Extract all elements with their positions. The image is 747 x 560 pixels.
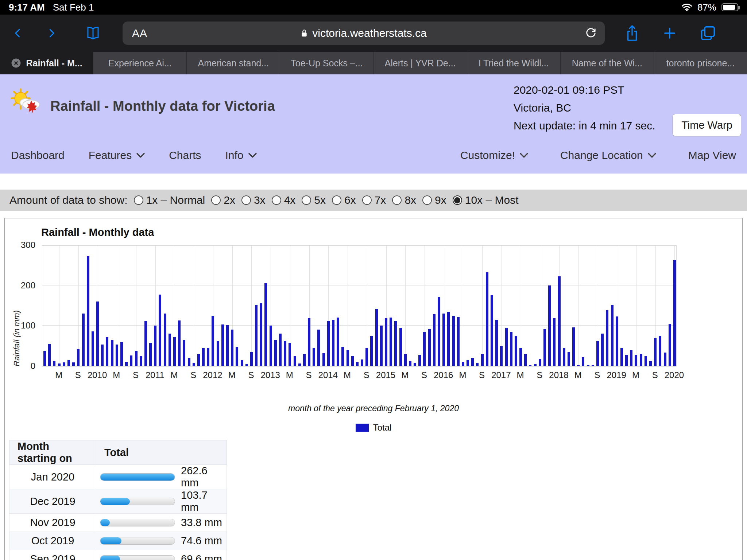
nav-item-dashboard[interactable]: Dashboard	[11, 149, 65, 162]
time-warp-button[interactable]: Time Warp	[673, 114, 741, 136]
gridline-v	[59, 246, 59, 366]
data-amount-option-7x[interactable]: 7x	[362, 194, 386, 206]
chart-bar	[380, 326, 383, 366]
chart-bar	[77, 349, 80, 366]
chart-bar	[495, 320, 498, 366]
chart-bar	[625, 355, 628, 366]
chart-bar	[245, 364, 248, 366]
back-icon[interactable]	[12, 24, 23, 42]
tab-switcher-icon[interactable]	[700, 25, 716, 42]
y-tick-label: 100	[21, 320, 35, 331]
chart-bar	[183, 340, 185, 366]
chart-title: Rainfall - Monthly data	[41, 226, 154, 238]
chart-bar	[48, 344, 51, 366]
chart-bar	[144, 321, 147, 366]
data-amount-option-6x[interactable]: 6x	[332, 194, 356, 206]
chart-bar	[577, 365, 580, 366]
new-tab-icon[interactable]	[662, 26, 677, 40]
close-tab-icon[interactable]	[11, 58, 22, 69]
radio-label: 9x	[435, 194, 446, 206]
reload-icon[interactable]	[584, 27, 597, 40]
gridline-v	[540, 246, 540, 366]
radio-label: 8x	[405, 194, 416, 206]
total-progress-fill	[100, 474, 175, 481]
chart-bar	[375, 309, 378, 366]
gridline-v	[78, 246, 79, 366]
nav-item-change-location[interactable]: Change Location	[560, 149, 656, 162]
chart-bar	[640, 354, 642, 366]
chart-bar	[58, 363, 61, 366]
chart-bar	[620, 348, 623, 366]
chevron-down-icon	[248, 153, 257, 158]
radio[interactable]	[272, 195, 281, 205]
header-info: 2020-02-01 09:16 PST Victoria, BC Next u…	[514, 81, 655, 135]
nav-item-customize[interactable]: Customize!	[460, 149, 528, 162]
chart-yticks: 0100200300	[19, 245, 39, 366]
gridline-v	[348, 246, 348, 366]
rainfall-table: Month starting on Total Jan 2020262.6 mm…	[9, 440, 227, 560]
nav-item-features[interactable]: Features	[89, 149, 145, 162]
nav-item-map-view[interactable]: Map View	[688, 149, 736, 162]
chart-bar	[106, 337, 108, 366]
chart-bar	[356, 362, 359, 366]
data-amount-option-3x[interactable]: 3x	[241, 194, 266, 206]
y-tick-label: 0	[31, 361, 35, 371]
tab[interactable]: Experience Ai...	[93, 52, 186, 74]
data-amount-option-5x[interactable]: 5x	[302, 194, 326, 206]
radio[interactable]	[134, 195, 143, 205]
chart-bar	[279, 334, 282, 366]
radio[interactable]	[302, 195, 311, 205]
tab-title: Alerts | YVR De...	[385, 58, 456, 69]
data-amount-option-8x[interactable]: 8x	[392, 194, 416, 206]
cell-month: Oct 2019	[9, 532, 96, 550]
y-tick-label: 200	[21, 280, 35, 291]
nav-item-info[interactable]: Info	[225, 149, 257, 162]
chart-bar	[101, 345, 104, 366]
chart-bar	[202, 348, 205, 366]
status-bar: 9:17 AM Sat Feb 1 87%	[0, 0, 747, 15]
radio[interactable]	[332, 195, 341, 205]
data-amount-option-2x[interactable]: 2x	[211, 194, 235, 206]
tab-active[interactable]: Rainfall - M...	[0, 52, 93, 74]
radio[interactable]	[422, 195, 432, 205]
url-display: victoria.weatherstats.ca	[123, 27, 605, 39]
cell-month: Jan 2020	[9, 465, 96, 489]
chart-bar	[409, 361, 411, 366]
radio[interactable]	[362, 195, 372, 205]
tab-title: toronto prisone...	[666, 58, 735, 69]
radio[interactable]	[241, 195, 251, 205]
lock-icon	[301, 28, 308, 38]
radio[interactable]	[211, 195, 221, 205]
cell-total: 74.6 mm	[96, 532, 227, 550]
reader-view-button[interactable]: AA	[123, 27, 147, 39]
data-amount-option-10x[interactable]: 10x – Most	[453, 194, 519, 206]
chart-bar	[260, 303, 262, 366]
chart-bar	[250, 352, 253, 366]
radio[interactable]	[392, 195, 402, 205]
forward-icon[interactable]	[46, 24, 57, 42]
share-icon[interactable]	[624, 24, 640, 42]
chevron-down-icon	[520, 153, 528, 158]
chart-bar	[241, 360, 243, 366]
tab[interactable]: Alerts | YVR De...	[374, 52, 467, 74]
data-amount-option-9x[interactable]: 9x	[422, 194, 446, 206]
data-amount-option-4x[interactable]: 4x	[272, 194, 296, 206]
address-bar[interactable]: AA victoria.weatherstats.ca	[123, 22, 605, 45]
chart-bar	[43, 351, 46, 366]
chart-bar	[159, 295, 161, 366]
tab[interactable]: I Tried the Wildl...	[467, 52, 560, 74]
radio-selected[interactable]	[453, 195, 462, 205]
chart-bar	[404, 354, 407, 366]
table-row: Dec 2019103.7 mm	[9, 489, 227, 514]
tab[interactable]: toronto prisone...	[654, 52, 747, 74]
tab[interactable]: American stand...	[186, 52, 280, 74]
nav-item-label: Info	[225, 149, 244, 162]
nav-item-charts[interactable]: Charts	[169, 149, 201, 162]
tab[interactable]: Toe-Up Socks –...	[280, 52, 373, 74]
total-progress-track	[100, 498, 175, 505]
data-amount-option-1x[interactable]: 1x – Normal	[134, 194, 205, 206]
bookmarks-icon[interactable]	[85, 26, 101, 41]
chart-bar	[298, 363, 301, 366]
tab[interactable]: Name of the Wi...	[560, 52, 654, 74]
chart-bar	[72, 362, 75, 366]
